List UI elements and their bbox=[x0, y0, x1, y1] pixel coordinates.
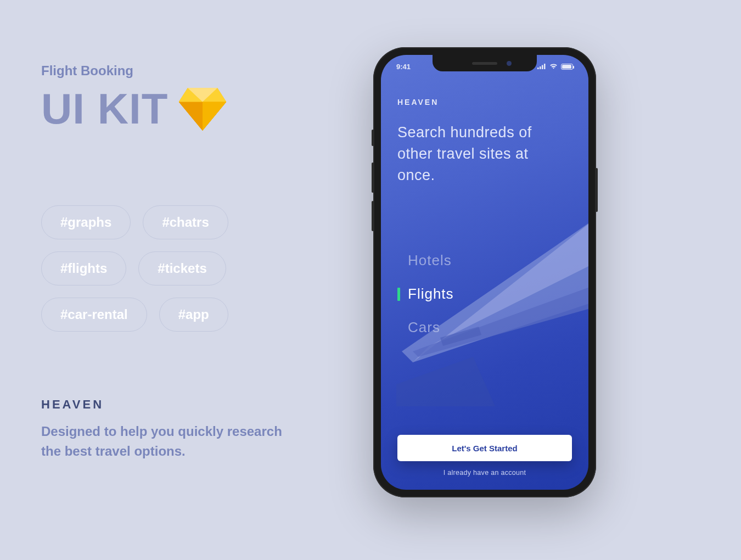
category-label: Cars bbox=[408, 319, 440, 336]
phone-volume-up bbox=[372, 163, 374, 193]
phone-volume-down bbox=[372, 201, 374, 231]
tag-flights[interactable]: #flights bbox=[41, 251, 126, 285]
onboarding-content: HEAVEN Search hundreds of other travel s… bbox=[397, 98, 572, 477]
promo-description: Designed to help you quickly research th… bbox=[41, 422, 299, 461]
active-marker bbox=[397, 288, 400, 301]
promo-footer: HEAVEN Designed to help you quickly rese… bbox=[41, 397, 349, 461]
status-indicators bbox=[537, 63, 573, 71]
status-bar: 9:41 bbox=[381, 60, 588, 72]
promo-panel: Flight Booking UI KIT bbox=[41, 63, 349, 461]
tag-app[interactable]: #app bbox=[159, 298, 228, 332]
promo-subtitle: Flight Booking bbox=[41, 63, 349, 79]
cellular-signal-icon bbox=[537, 63, 546, 71]
sketch-diamond-icon bbox=[178, 87, 227, 132]
tag-graphs[interactable]: #graphs bbox=[41, 205, 131, 239]
tag-car-rental[interactable]: #car-rental bbox=[41, 298, 147, 332]
category-cars[interactable]: Cars bbox=[397, 319, 572, 336]
svg-marker-11 bbox=[179, 102, 203, 130]
promo-title-row: UI KIT bbox=[41, 84, 349, 134]
tag-list: #graphs #chatrs #flights #tickets #car-r… bbox=[41, 205, 299, 332]
phone-screen: 9:41 bbox=[381, 55, 588, 490]
svg-rect-24 bbox=[540, 66, 541, 69]
category-hotels[interactable]: Hotels bbox=[397, 252, 572, 269]
tag-tickets[interactable]: #tickets bbox=[138, 251, 226, 285]
svg-marker-17 bbox=[203, 102, 226, 130]
tag-chatrs[interactable]: #chatrs bbox=[143, 205, 228, 239]
promo-title: UI KIT bbox=[41, 84, 168, 134]
onboarding-headline: Search hundreds of other travel sites at… bbox=[397, 122, 551, 186]
status-time: 9:41 bbox=[396, 63, 411, 71]
brand-wordmark: HEAVEN bbox=[41, 397, 349, 412]
category-label: Flights bbox=[408, 285, 454, 303]
phone-mockup: 9:41 bbox=[373, 47, 596, 497]
wifi-icon bbox=[549, 63, 558, 71]
battery-icon bbox=[561, 64, 573, 70]
phone-power-button bbox=[596, 168, 598, 212]
category-flights[interactable]: Flights bbox=[397, 285, 572, 303]
cta-area: Let's Get Started I already have an acco… bbox=[397, 435, 572, 477]
existing-account-link[interactable]: I already have an account bbox=[397, 469, 572, 477]
category-list: Hotels Flights Cars bbox=[397, 252, 572, 336]
svg-rect-25 bbox=[542, 65, 543, 69]
svg-rect-26 bbox=[544, 64, 546, 69]
app-brand: HEAVEN bbox=[397, 98, 572, 107]
phone-mute-switch bbox=[372, 130, 374, 146]
category-label: Hotels bbox=[408, 252, 452, 269]
get-started-button[interactable]: Let's Get Started bbox=[397, 435, 572, 461]
svg-rect-23 bbox=[537, 68, 539, 69]
